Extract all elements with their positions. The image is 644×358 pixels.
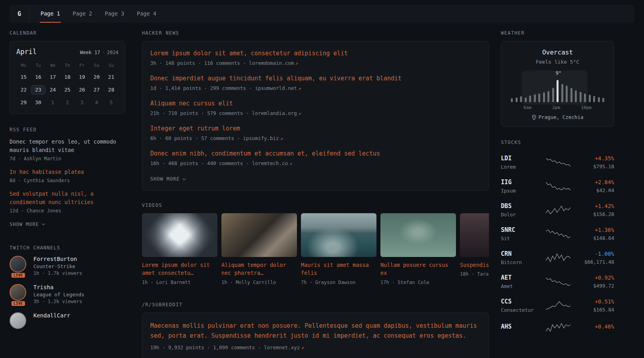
tab-page-4[interactable]: Page 4 <box>136 5 157 23</box>
rss-item[interactable]: In hac habitasse platea 8d · Cynthia Sau… <box>10 168 125 183</box>
subreddit-section-label: /R/SUBREDDIT <box>142 302 489 307</box>
hn-story-title[interactable]: Aliquam nec cursus elit <box>150 99 481 108</box>
calendar-day[interactable]: 28 <box>104 85 118 95</box>
calendar-day[interactable]: 26 <box>75 85 89 95</box>
stock-ticker: IIG <box>501 179 539 186</box>
avatar <box>10 312 28 329</box>
channel-info: ForrestBurton Counter-Strike 1h · 1.7k v… <box>33 256 82 276</box>
calendar-day[interactable]: 4 <box>89 98 104 107</box>
live-badge: LIVE <box>12 273 25 278</box>
rss-item-title[interactable]: Sed volutpat nulla nisl, a condimentum n… <box>10 190 125 206</box>
hn-story-title[interactable]: Donec imperdiet augue tincidunt felis al… <box>150 74 481 83</box>
weather-condition: Overcast <box>508 49 607 56</box>
stock-row[interactable]: LDI Lorem +4.35% $795.18 <box>501 150 614 174</box>
calendar-day[interactable]: 19 <box>75 72 89 82</box>
hn-story[interactable]: Integer eget rutrum lorem 6h · 60 points… <box>150 125 481 141</box>
tab-page-3[interactable]: Page 3 <box>104 5 125 23</box>
calendar-day[interactable]: 17 <box>45 72 60 82</box>
calendar-grid: Mo Tu We Th Fr Sa Su 1516171819202122232… <box>16 62 118 107</box>
reddit-domain-link[interactable]: loremnet.xyz <box>264 344 300 350</box>
stock-row[interactable]: AHS +0.46% <box>501 317 614 337</box>
stock-row[interactable]: CCS Consectetur +0.51% $165.84 <box>501 294 614 317</box>
channel-name[interactable]: ForrestBurton <box>33 256 82 262</box>
video-card[interactable]: Aliquam tempor dolor nec pharetra… 1h · … <box>221 213 297 285</box>
reddit-post-meta: 19h · 9,932 points · 1,090 comments · lo… <box>150 344 481 350</box>
calendar-day[interactable]: 27 <box>89 85 104 95</box>
video-card[interactable]: Mauris sit amet massa felis 7h · Grayson… <box>301 213 376 285</box>
video-title[interactable]: Nullam posuere cursus ex <box>380 261 456 277</box>
stock-row[interactable]: AET Amet +0.92% $499.72 <box>501 270 614 294</box>
video-thumbnail[interactable] <box>142 213 217 257</box>
twitch-channel[interactable]: KendallCarr <box>10 312 125 329</box>
video-title[interactable]: Aliquam tempor dolor nec pharetra… <box>221 261 297 277</box>
stock-row[interactable]: SNRC Sit +1.36% $148.64 <box>501 222 614 246</box>
calendar-day[interactable]: 23 <box>31 85 46 95</box>
stock-row[interactable]: IIG Ipsum +2.84% $42.04 <box>501 174 614 198</box>
channel-avatar-image <box>10 284 26 301</box>
calendar-day[interactable]: 22 <box>16 85 31 95</box>
calendar-day[interactable]: 30 <box>31 98 46 107</box>
hn-story-title[interactable]: Integer eget rutrum lorem <box>150 125 481 133</box>
calendar-day[interactable]: 2 <box>60 98 75 107</box>
hn-domain-link[interactable]: ipsumworld.net <box>255 85 297 91</box>
hn-show-more-button[interactable]: SHOW MORE <box>150 176 185 182</box>
calendar-day[interactable]: 24 <box>45 85 60 95</box>
hn-story[interactable]: Aliquam nec cursus elit 21h · 710 points… <box>150 99 481 116</box>
reddit-post-title[interactable]: Maecenas mollis pulvinar erat non posuer… <box>150 321 481 341</box>
stock-row[interactable]: DBS Dolor +1.42% $156.28 <box>501 198 614 222</box>
hn-domain-link[interactable]: ipsumify.biz <box>243 135 279 141</box>
channel-name[interactable]: KendallCarr <box>33 312 70 319</box>
stock-row[interactable]: CRN Bitcorn -1.00% $66,171.48 <box>501 246 614 270</box>
tab-page-2[interactable]: Page 2 <box>72 5 93 23</box>
calendar-day[interactable]: 21 <box>104 72 118 82</box>
hn-domain-link[interactable]: loremdomain.com <box>249 60 294 66</box>
hn-story-title[interactable]: Donec enim nibh, condimentum et accumsan… <box>150 150 481 158</box>
video-card[interactable]: Suspendisse sed diam 18h · Tara <box>460 213 489 285</box>
hn-story[interactable]: Donec imperdiet augue tincidunt felis al… <box>150 74 481 91</box>
video-card[interactable]: Nullam posuere cursus ex 17h · Stefan Co… <box>380 213 456 285</box>
app-logo[interactable]: G <box>10 5 29 23</box>
calendar-day[interactable]: 25 <box>60 85 75 95</box>
hn-story-title[interactable]: Lorem ipsum dolor sit amet, consectetur … <box>150 49 481 58</box>
video-thumbnail[interactable] <box>380 213 456 257</box>
twitch-channel[interactable]: LIVE Trisha League of Legends 3h · 1.2k … <box>10 284 125 304</box>
weather-chart: 9° 6am 2pm 10pm <box>508 70 607 110</box>
stock-values: +4.35% $795.18 <box>577 155 614 169</box>
hn-story[interactable]: Donec enim nibh, condimentum et accumsan… <box>150 150 481 166</box>
rss-show-more-button[interactable]: SHOW MORE <box>10 222 45 227</box>
calendar-day[interactable]: 29 <box>16 98 31 107</box>
hn-story[interactable]: Lorem ipsum dolor sit amet, consectetur … <box>150 49 481 66</box>
channel-game: Counter-Strike <box>33 263 82 269</box>
hn-story-meta: 21h · 710 points · 579 comments · loreml… <box>150 110 481 116</box>
video-thumbnail[interactable] <box>221 213 297 257</box>
axis-label: 2pm <box>552 105 560 110</box>
calendar-day[interactable]: 5 <box>104 98 118 107</box>
rss-item[interactable]: Sed volutpat nulla nisl, a condimentum n… <box>10 190 125 214</box>
rss-item-title[interactable]: Donec tempor eros leo, ut commodo mauris… <box>10 138 125 154</box>
channel-name[interactable]: Trisha <box>33 284 84 290</box>
videos-widget: VIDEOS Lorem ipsum dolor sit amet consec… <box>142 202 489 285</box>
left-column: CALENDAR April Week 17·2024 Mo Tu We Th … <box>10 30 125 337</box>
video-title[interactable]: Mauris sit amet massa felis <box>301 261 376 277</box>
calendar-day[interactable]: 1 <box>45 98 60 107</box>
calendar-day[interactable]: 16 <box>31 72 46 82</box>
video-thumbnail[interactable] <box>460 213 489 257</box>
video-title[interactable]: Suspendisse sed diam <box>460 261 489 269</box>
hn-domain-link[interactable]: loremlandia.org <box>252 110 297 116</box>
hn-domain-link[interactable]: loremtech.co <box>252 160 288 166</box>
rss-item[interactable]: Donec tempor eros leo, ut commodo mauris… <box>10 138 125 161</box>
rss-item-title[interactable]: In hac habitasse platea <box>10 168 125 176</box>
video-card[interactable]: Lorem ipsum dolor sit amet consectetu… 1… <box>142 213 217 285</box>
calendar-day[interactable]: 3 <box>75 98 89 107</box>
stock-name: Sit <box>501 235 539 241</box>
temperature-bar <box>575 90 577 102</box>
tab-page-1[interactable]: Page 1 <box>40 5 61 23</box>
calendar-day[interactable]: 20 <box>89 72 104 82</box>
hn-story-meta: 3h · 148 points · 116 comments · loremdo… <box>150 60 481 66</box>
calendar-day[interactable]: 18 <box>60 72 75 82</box>
twitch-channel[interactable]: LIVE ForrestBurton Counter-Strike 1h · 1… <box>10 256 125 276</box>
reddit-post[interactable]: Maecenas mollis pulvinar erat non posuer… <box>150 321 481 350</box>
video-thumbnail[interactable] <box>301 213 376 257</box>
video-title[interactable]: Lorem ipsum dolor sit amet consectetu… <box>142 261 217 277</box>
calendar-day[interactable]: 15 <box>16 72 31 82</box>
